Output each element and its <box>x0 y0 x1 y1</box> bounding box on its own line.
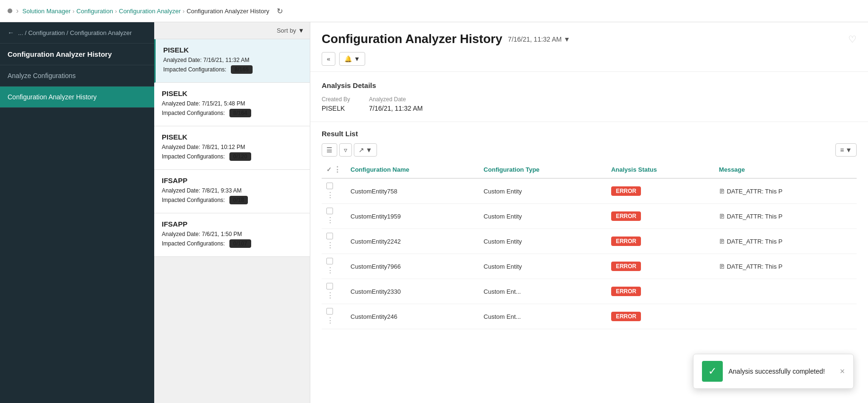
toast-notification: ✓ Analysis successfully completed! × <box>693 354 854 389</box>
bc-history: Configuration Analyzer History <box>186 8 269 15</box>
page-title: Configuration Analyzer History <box>322 32 502 46</box>
bc-solution-manager[interactable]: Solution Manager <box>22 8 70 15</box>
row-checkbox[interactable] <box>326 283 333 289</box>
impacted-badge: 0/120 <box>229 152 251 161</box>
analyzed-date-value: 7/16/21, 11:32 AM <box>369 105 423 112</box>
toast-close-button[interactable]: × <box>840 367 845 377</box>
message-cell: 🖹 DATE_ATTR: This P <box>714 178 857 204</box>
list-card-analyzed-row: Analyzed Date: 7/8/21, 10:12 PM <box>162 144 302 150</box>
analysis-status-cell: ERROR <box>606 304 714 329</box>
result-toolbar-right: ≡ ▼ <box>835 143 857 157</box>
config-name-cell: CustomEntity7966 <box>346 254 479 279</box>
export-button[interactable]: ↗ ▼ <box>354 143 377 157</box>
impacted-badge: 8/165 <box>231 65 253 74</box>
sort-dropdown[interactable]: ▼ <box>298 27 304 34</box>
row-checkbox[interactable] <box>326 233 333 239</box>
top-bar: › Solution Manager › Configuration › Con… <box>0 0 868 22</box>
refresh-icon[interactable]: ↻ <box>277 7 283 16</box>
date-dropdown-icon[interactable]: ▼ <box>564 35 570 43</box>
analyzed-date-label: Analyzed Date <box>369 96 423 103</box>
sort-chevron-icon: ▼ <box>298 27 304 34</box>
list-card-impacted-row: Impacted Configurations: 8/164 <box>162 109 302 117</box>
row-check-cell: ⋮ <box>322 254 346 279</box>
row-dots-icon[interactable]: ⋮ <box>326 291 334 299</box>
toast-message: Analysis successfully completed! <box>728 368 834 375</box>
impacted-badge: 0/107 <box>229 239 251 248</box>
list-card-title: PISELK <box>162 89 302 97</box>
created-by-label: Created By <box>322 96 350 103</box>
row-checkbox[interactable] <box>326 183 333 189</box>
export-icon: ↗ <box>359 146 364 154</box>
list-card-analyzed-row: Analyzed Date: 7/15/21, 5:48 PM <box>162 100 302 107</box>
message-cell <box>714 279 857 304</box>
sidebar: ← ... / Configuration / Configuration An… <box>0 22 154 403</box>
row-dots-icon[interactable]: ⋮ <box>326 216 334 224</box>
config-type-cell: Custom Ent... <box>479 279 606 304</box>
list-card-title: PISELK <box>162 133 302 141</box>
row-checkbox[interactable] <box>326 308 333 315</box>
row-check-cell: ⋮ <box>322 204 346 229</box>
sidebar-title: Configuration Analyzer History <box>0 44 154 65</box>
list-panel: Sort by ▼ PISELK Analyzed Date: 7/16/21,… <box>154 22 310 403</box>
content-actions: « 🔔 ▼ <box>322 52 857 66</box>
message-icon: 🖹 <box>719 213 725 220</box>
analyzed-date-col: Analyzed Date 7/16/21, 11:32 AM <box>369 96 423 112</box>
row-checkbox[interactable] <box>326 208 333 214</box>
table-row: ⋮ CustomEntity246 Custom Ent... ERROR <box>322 304 857 329</box>
content-date: 7/16/21, 11:32 AM ▼ <box>508 35 570 43</box>
list-item[interactable]: IFSAPP Analyzed Date: 7/6/21, 1:50 PM Im… <box>154 213 310 257</box>
bell-dropdown-icon: ▼ <box>354 55 360 62</box>
status-dot <box>8 9 12 13</box>
favorite-icon[interactable]: ♡ <box>848 34 857 45</box>
col-dots-header: ⋮ <box>333 165 341 174</box>
message-cell <box>714 304 857 329</box>
list-item[interactable]: PISELK Analyzed Date: 7/16/21, 11:32 AM … <box>154 39 310 83</box>
result-toolbar-left: ☰ ▿ ↗ ▼ <box>322 143 377 157</box>
sort-label: Sort by <box>277 27 296 34</box>
sidebar-item-history[interactable]: Configuration Analyzer History <box>0 87 154 108</box>
back-nav-button[interactable]: « <box>322 52 335 66</box>
col-analysis-status[interactable]: Analysis Status <box>606 161 714 178</box>
message-cell: 🖹 DATE_ATTR: This P <box>714 254 857 279</box>
bc-configuration[interactable]: Configuration <box>77 8 113 15</box>
list-view-button[interactable]: ☰ <box>322 143 337 157</box>
analysis-status-cell: ERROR <box>606 204 714 229</box>
col-header-check[interactable]: ✓ ⋮ <box>322 161 346 178</box>
list-card-impacted-row: Impacted Configurations: 0/120 <box>162 152 302 161</box>
list-card-analyzed-row: Analyzed Date: 7/16/21, 11:32 AM <box>163 57 302 63</box>
list-item[interactable]: IFSAPP Analyzed Date: 7/8/21, 9:33 AM Im… <box>154 170 310 213</box>
table-row: ⋮ CustomEntity2330 Custom Ent... ERROR <box>322 279 857 304</box>
row-checkbox[interactable] <box>326 258 333 264</box>
row-check-cell: ⋮ <box>322 178 346 204</box>
filter-button[interactable]: ▿ <box>339 143 352 157</box>
list-card-impacted-row: Impacted Configurations: 0/18 <box>162 196 302 204</box>
result-table: ✓ ⋮ Configuration Name Configuration Typ… <box>322 161 857 329</box>
bell-action-button[interactable]: 🔔 ▼ <box>339 52 365 66</box>
config-type-cell: Custom Ent... <box>479 304 606 329</box>
back-arrow-icon[interactable]: ← <box>8 29 14 36</box>
row-dots-icon[interactable]: ⋮ <box>326 191 334 199</box>
result-list-title: Result List <box>322 130 857 138</box>
analysis-status-cell: ERROR <box>606 254 714 279</box>
col-config-type[interactable]: Configuration Type <box>479 161 606 178</box>
bc-analyzer[interactable]: Configuration Analyzer <box>119 8 181 15</box>
list-card-impacted-row: Impacted Configurations: 0/107 <box>162 239 302 248</box>
list-item[interactable]: PISELK Analyzed Date: 7/15/21, 5:48 PM I… <box>154 83 310 126</box>
columns-button[interactable]: ≡ ▼ <box>835 143 857 157</box>
row-dots-icon[interactable]: ⋮ <box>326 266 334 274</box>
impacted-badge: 8/164 <box>229 109 251 117</box>
sidebar-item-analyze[interactable]: Analyze Configurations <box>0 65 154 87</box>
row-dots-icon[interactable]: ⋮ <box>326 316 334 324</box>
table-row: ⋮ CustomEntity758 Custom Entity ERROR 🖹 … <box>322 178 857 204</box>
list-item[interactable]: PISELK Analyzed Date: 7/8/21, 10:12 PM I… <box>154 126 310 170</box>
col-config-name[interactable]: Configuration Name <box>346 161 479 178</box>
list-card-analyzed-row: Analyzed Date: 7/6/21, 1:50 PM <box>162 231 302 237</box>
columns-dropdown-icon: ▼ <box>845 146 852 154</box>
impacted-badge: 0/18 <box>229 196 248 204</box>
analysis-status-cell: ERROR <box>606 229 714 254</box>
created-by-col: Created By PISELK <box>322 96 350 112</box>
content-area: Configuration Analyzer History 7/16/21, … <box>310 22 868 403</box>
col-message[interactable]: Message <box>714 161 857 178</box>
sidebar-back-label: ... / Configuration / Configuration Anal… <box>18 29 132 36</box>
row-dots-icon[interactable]: ⋮ <box>326 241 334 249</box>
